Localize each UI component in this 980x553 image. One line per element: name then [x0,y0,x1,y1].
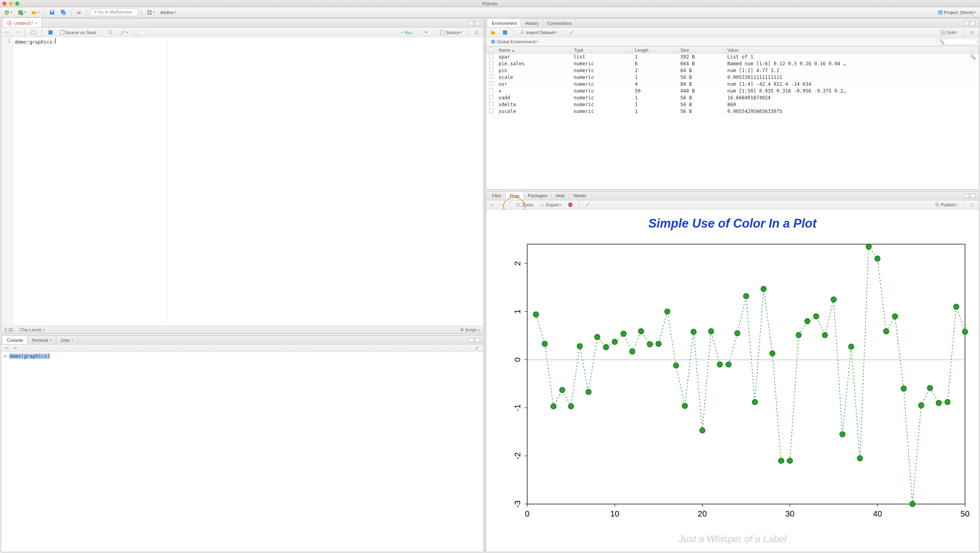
row-checkbox[interactable] [489,68,493,72]
tab-console[interactable]: Console [3,336,27,344]
scope-selector[interactable]: (Top Level) ⇕ [19,327,45,332]
language-selector[interactable]: R Script ⇕ [461,327,480,332]
code-area[interactable]: demo(graphics) [13,37,483,325]
code-editor[interactable]: 1 demo(graphics) [1,37,483,325]
refresh-plot-button[interactable] [968,201,976,208]
svg-point-100 [901,386,907,392]
env-search-input[interactable] [936,38,976,45]
publish-button[interactable]: Publish ▾ [933,201,959,208]
back-button[interactable]: ⇐ [4,29,10,36]
maximize-pane-icon[interactable] [475,21,480,26]
table-row[interactable]: xscalenumeric156 B0.00554295865633075 [487,108,979,115]
maximize-pane-icon[interactable] [970,193,976,198]
tab-packages[interactable]: Packages [524,192,552,199]
new-file-button[interactable]: ▾ [2,9,14,16]
svg-point-102 [919,403,924,408]
next-plot-button[interactable]: ⇒ [499,202,505,208]
row-checkbox[interactable] [489,88,493,93]
source-on-save-checkbox[interactable]: Source on Save [58,29,98,36]
table-row[interactable]: scalenumeric156 B0.00533611111111111 [487,74,979,81]
project-menu[interactable]: R Project: (None) ▾ [936,9,978,16]
run-button[interactable]: →Run [398,29,414,36]
svg-point-103 [927,385,933,391]
show-in-new-window-button[interactable] [29,29,38,36]
console-output[interactable]: > demo(graphics) [1,352,483,552]
minimize-pane-icon[interactable] [964,21,969,26]
row-checkbox[interactable] [489,81,493,86]
close-tab-icon[interactable]: × [35,21,37,26]
compile-report-button[interactable] [138,29,147,36]
find-button[interactable] [106,29,115,36]
svg-rect-8 [78,10,80,12]
col-length[interactable]: Length [632,46,678,54]
rerun-button[interactable]: ↪ [422,29,429,36]
remove-plot-button[interactable] [566,201,575,208]
clear-plots-button[interactable] [583,201,592,208]
save-all-button[interactable] [59,9,68,16]
tab-terminal[interactable]: Terminal × [27,337,56,344]
row-checkbox[interactable] [489,109,493,113]
col-type[interactable]: Type [571,46,632,54]
clear-env-button[interactable] [567,29,576,36]
load-workspace-button[interactable] [489,29,497,36]
table-row[interactable]: pie.salesnumeric6664 BNamed num [1:6] 0.… [487,61,979,67]
open-file-button[interactable]: ▾ [30,9,41,16]
row-checkbox[interactable] [489,102,493,106]
source-tab[interactable]: R Untitled1* × [3,18,42,27]
refresh-env-button[interactable] [968,29,976,36]
tab-plots[interactable]: Plots [506,192,524,200]
col-size[interactable]: Size [678,46,725,54]
source-button[interactable]: Source ▾ [438,29,464,36]
row-checkbox[interactable] [489,75,493,79]
table-row[interactable]: xdeltanumeric156 B860 [487,101,979,108]
maximize-window-icon[interactable] [15,2,19,6]
goto-file-input[interactable]: ↗ Go to file/function [90,8,138,16]
maximize-pane-icon[interactable] [475,338,480,343]
save-file-button[interactable] [46,29,55,36]
save-workspace-button[interactable] [501,29,509,36]
save-button[interactable] [48,9,57,16]
tab-environment[interactable]: Environment [488,19,521,27]
tab-viewer[interactable]: Viewer [569,192,591,199]
tab-connections[interactable]: Connections [543,20,576,27]
table-row[interactable]: xnumeric50448 Bnum [1:50] 0.935 0.316 -0… [487,88,979,95]
grid-view-button[interactable]: ▾ [145,9,156,16]
code-tools-button[interactable]: ▾ [118,29,129,36]
table-row[interactable]: usrnumeric480 Bnum [1:4] -42.4 922.4 -14… [487,81,979,88]
zoom-plot-button[interactable]: Zoom [514,201,535,208]
table-row[interactable]: oparlist1392 BList of 1🔍 [487,54,979,61]
new-project-button[interactable]: ▾ [16,9,27,16]
minimize-window-icon[interactable] [9,2,13,6]
row-checkbox[interactable] [489,54,493,59]
select-all-checkbox[interactable] [489,47,493,52]
clear-console-button[interactable] [472,345,481,352]
tab-files[interactable]: Files [488,192,505,199]
source-pane: R Untitled1* × ⇐ ⇒ Source on Save [1,18,484,334]
outline-button[interactable] [472,29,481,36]
table-row[interactable]: pinnumeric264 Bnum [1:2] 4.77 3.2 [487,67,979,74]
minimize-pane-icon[interactable] [964,193,969,198]
row-checkbox[interactable] [489,61,493,65]
tab-jobs[interactable]: Jobs × [57,337,78,344]
close-window-icon[interactable] [2,2,6,6]
tab-help[interactable]: Help [552,192,569,199]
prev-plot-button[interactable]: ⇐ [489,202,495,208]
export-plot-button[interactable]: Export ▾ [538,201,563,208]
grid-view-toggle[interactable]: Grid ▾ [939,29,959,36]
maximize-pane-icon[interactable] [970,21,976,26]
table-row[interactable]: xaddnumeric156 B16.668401874024 [487,95,979,101]
col-name[interactable]: Name ▲ [496,46,572,54]
row-checkbox[interactable] [489,95,493,99]
print-button[interactable] [75,9,83,16]
env-scope-selector[interactable]: Global Environment ▾ [489,38,540,45]
forward-button[interactable]: ⇒ [14,29,20,36]
env-grid[interactable]: Name ▲ Type Length Size Value oparlist13… [486,46,979,189]
minimize-pane-icon[interactable] [468,338,474,343]
col-value[interactable]: Value [725,46,978,54]
wd-browse-icon[interactable]: ⇗ [12,345,18,351]
tab-history[interactable]: History [521,20,543,27]
import-dataset-button[interactable]: Import Dataset ▾ [518,29,559,36]
svg-text:-3: -3 [513,500,522,507]
addins-button[interactable]: Addins ▾ [159,9,178,16]
minimize-pane-icon[interactable] [468,21,474,26]
